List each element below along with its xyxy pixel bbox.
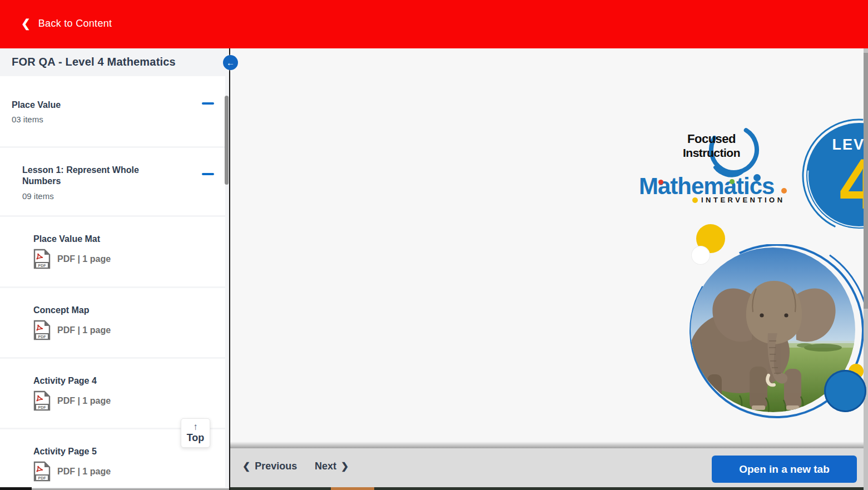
- pdf-next-page-edge: [230, 487, 864, 490]
- sidebar-section-place-value[interactable]: Place Value 03 items: [0, 76, 225, 146]
- sidebar-doc-place-value-mat[interactable]: Place Value Mat PDF PDF | 1 page: [0, 217, 225, 286]
- mathematics-wordmark: Mathematics INTERVENTION: [639, 173, 800, 206]
- logo-dot-yellow: [692, 197, 698, 203]
- logo-line-1: Focused: [683, 132, 740, 146]
- next-button[interactable]: Next ❯: [315, 461, 349, 472]
- section-title: Lesson 1: Represent Whole Numbers: [22, 165, 150, 187]
- previous-chevron-icon: ❮: [242, 461, 250, 472]
- previous-button[interactable]: ❮ Previous: [242, 461, 297, 472]
- pdf-icon-label: PDF: [38, 405, 47, 409]
- open-new-tab-button[interactable]: Open in a new tab: [712, 456, 857, 483]
- pdf-icon: PDF: [33, 461, 51, 482]
- doc-meta: PDF | 1 page: [57, 254, 111, 264]
- section-item-count: 09 items: [22, 191, 54, 201]
- doc-meta: PDF | 1 page: [57, 396, 111, 406]
- collapse-arrow-icon: ←: [226, 58, 235, 67]
- doc-title: Activity Page 5: [33, 447, 97, 457]
- window-scrollbar[interactable]: [864, 48, 868, 490]
- pdf-icon: PDF: [33, 390, 51, 411]
- doc-title: Activity Page 4: [33, 376, 97, 386]
- deco-circle-white: [692, 246, 710, 264]
- viewer-bottom-bar: ❮ Previous Next ❯ Open in a new tab: [230, 448, 864, 487]
- intervention-text: INTERVENTION: [701, 196, 785, 204]
- logo-line-2: Instruction: [683, 146, 740, 160]
- back-label: Back to Content: [38, 18, 112, 29]
- doc-title: Place Value Mat: [33, 234, 100, 244]
- next-chevron-icon: ❯: [341, 461, 349, 472]
- bottom-bar-shadow: [230, 442, 864, 448]
- pdf-icon-label: PDF: [38, 264, 47, 268]
- logo-dot-blue: [753, 174, 761, 181]
- doc-title: Concept Map: [33, 305, 89, 315]
- course-title: FOR QA - Level 4 Mathematics: [12, 56, 212, 68]
- collapse-minus-icon[interactable]: [202, 102, 214, 105]
- pdf-icon: PDF: [33, 249, 51, 269]
- collapse-minus-icon[interactable]: [202, 173, 214, 175]
- section-item-count: 03 items: [12, 115, 43, 124]
- up-arrow-icon: ↑: [193, 423, 198, 432]
- next-label: Next: [315, 461, 336, 472]
- section-title: Place Value: [12, 100, 61, 111]
- top-button-label: Top: [187, 432, 205, 444]
- window-scrollbar-thumb[interactable]: [864, 53, 868, 309]
- back-chevron-icon: ❮: [21, 17, 31, 30]
- logo-dot-red: [658, 180, 663, 185]
- scroll-to-top-button[interactable]: ↑ Top: [181, 418, 210, 448]
- logo-dot-orange: [781, 188, 787, 194]
- doc-meta: PDF | 1 page: [57, 467, 111, 477]
- badge-sketch-ring: [800, 116, 868, 235]
- sidebar-doc-concept-map[interactable]: Concept Map PDF PDF | 1 page: [0, 288, 225, 357]
- pdf-icon: PDF: [33, 320, 51, 340]
- pdf-next-page-orange-segment: [331, 487, 374, 490]
- previous-label: Previous: [255, 461, 297, 472]
- sidebar-doc-activity-page-4[interactable]: Activity Page 4 PDF PDF | 1 page: [0, 359, 225, 428]
- sidebar-collapse-button[interactable]: ←: [223, 55, 238, 70]
- logo-dot-green: [730, 179, 735, 184]
- sidebar-scrollbar-thumb[interactable]: [225, 96, 229, 185]
- sidebar-section-lesson-1[interactable]: Lesson 1: Represent Whole Numbers 09 ite…: [0, 148, 225, 215]
- top-bar: ❮ Back to Content: [0, 0, 868, 48]
- pdf-icon-label: PDF: [38, 476, 47, 480]
- doc-meta: PDF | 1 page: [57, 325, 111, 335]
- app-window: ❮ Back to Content FOR QA - Level 4 Mathe…: [0, 0, 868, 490]
- sidebar-bottom-strip: [0, 487, 32, 490]
- back-to-content-link[interactable]: ❮ Back to Content: [21, 17, 112, 30]
- pdf-icon-label: PDF: [38, 335, 47, 339]
- pdf-viewer: Focused Instruction Mathematics INTERVEN…: [230, 48, 864, 490]
- level-badge: LEVEL 4: [806, 123, 868, 229]
- deco-circle-blue: [824, 370, 866, 412]
